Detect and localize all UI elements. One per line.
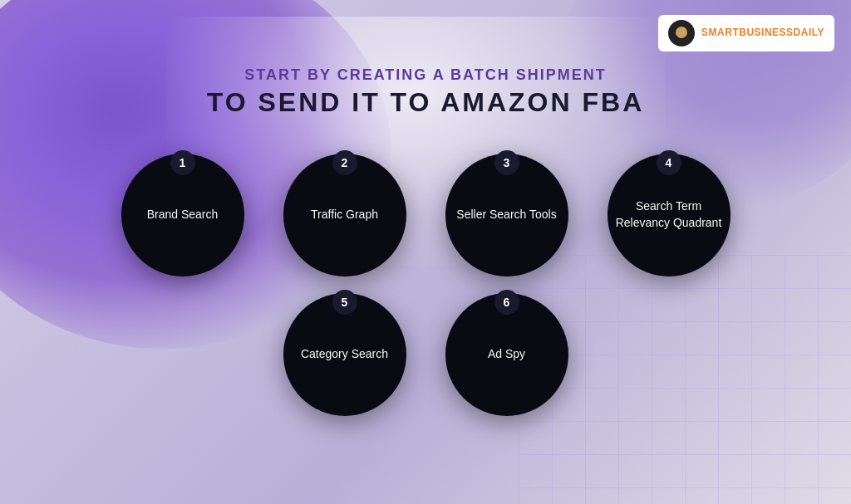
item-label-2: Traffic Graph bbox=[303, 207, 386, 223]
header-title: TO SEND IT TO AMAZON FBA bbox=[0, 87, 851, 118]
item-number-5: 5 bbox=[332, 290, 357, 315]
item-number-6: 6 bbox=[494, 290, 519, 315]
logo-brand-daily: BUSINESSDAILY bbox=[739, 27, 824, 38]
item-label-5: Category Search bbox=[293, 346, 396, 363]
item-number-3: 3 bbox=[494, 150, 519, 175]
item-1: 1 Brand Search bbox=[118, 154, 247, 276]
item-3: 3 Seller Search Tools bbox=[442, 154, 571, 276]
page-container: SMARTBUSINESSDAILY START BY CREATING A B… bbox=[0, 0, 851, 504]
item-circle-6: 6 Ad Spy bbox=[445, 293, 568, 416]
logo-avatar bbox=[668, 20, 695, 46]
item-6: 6 Ad Spy bbox=[442, 293, 571, 416]
item-circle-4: 4 Search Term Relevancy Quadrant bbox=[608, 154, 730, 276]
header: START BY CREATING A BATCH SHIPMENT TO SE… bbox=[0, 66, 851, 118]
item-label-1: Brand Search bbox=[139, 207, 227, 223]
item-number-1: 1 bbox=[170, 150, 195, 175]
logo-text: SMARTBUSINESSDAILY bbox=[701, 27, 824, 40]
item-number-4: 4 bbox=[657, 150, 681, 175]
items-row-2: 5 Category Search 6 Ad Spy bbox=[50, 293, 801, 416]
item-number-2: 2 bbox=[332, 150, 357, 175]
item-label-6: Ad Spy bbox=[480, 346, 534, 363]
item-4: 4 Search Term Relevancy Quadrant bbox=[604, 154, 733, 276]
item-circle-5: 5 Category Search bbox=[283, 293, 406, 416]
item-5: 5 Category Search bbox=[280, 293, 409, 416]
logo-brand-smart: SMART bbox=[701, 27, 739, 38]
item-2: 2 Traffic Graph bbox=[280, 154, 409, 276]
items-row-1: 1 Brand Search 2 Traffic Graph 3 Seller … bbox=[50, 154, 801, 276]
item-circle-3: 3 Seller Search Tools bbox=[445, 154, 568, 276]
item-label-4: Search Term Relevancy Quadrant bbox=[608, 198, 730, 231]
items-container: 1 Brand Search 2 Traffic Graph 3 Seller … bbox=[0, 154, 851, 433]
header-subtitle: START BY CREATING A BATCH SHIPMENT bbox=[0, 66, 851, 84]
item-circle-2: 2 Traffic Graph bbox=[283, 154, 406, 276]
logo: SMARTBUSINESSDAILY bbox=[658, 15, 834, 51]
item-label-3: Seller Search Tools bbox=[448, 207, 564, 223]
item-circle-1: 1 Brand Search bbox=[121, 154, 244, 276]
